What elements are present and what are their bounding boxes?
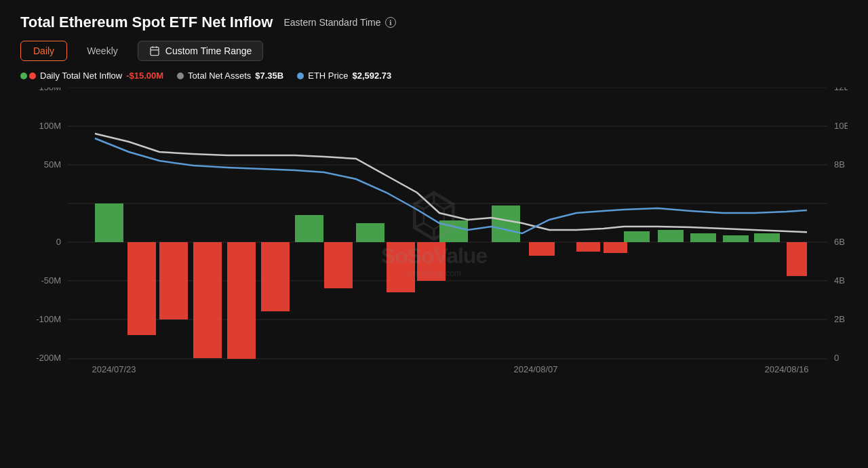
svg-rect-0 (151, 47, 159, 56)
svg-text:6B: 6B (834, 237, 845, 247)
legend-blue-dot (297, 73, 304, 79)
legend-gray-dot (177, 73, 184, 79)
chart-area: 150M 100M 50M 0 -50M -100M -200M 12B 10B… (20, 87, 848, 379)
daily-tab[interactable]: Daily (20, 41, 67, 61)
info-icon[interactable]: ℹ (385, 17, 396, 28)
svg-text:12B: 12B (834, 87, 848, 92)
svg-rect-27 (95, 203, 123, 242)
svg-rect-36 (754, 233, 780, 242)
svg-rect-40 (227, 242, 256, 364)
svg-text:150M: 150M (39, 87, 61, 92)
svg-rect-45 (529, 242, 555, 256)
svg-text:-200M: -200M (36, 353, 61, 363)
svg-rect-29 (356, 223, 384, 242)
svg-rect-31 (492, 206, 520, 242)
svg-rect-48 (787, 242, 815, 276)
svg-rect-35 (723, 235, 749, 242)
svg-rect-44 (417, 242, 446, 281)
chart-title: Total Ethereum Spot ETF Net Inflow (20, 14, 273, 31)
calendar-icon (149, 45, 160, 56)
net-inflow-value: -$15.00M (126, 71, 163, 81)
custom-time-range-button[interactable]: Custom Time Range (138, 41, 264, 61)
svg-rect-28 (295, 215, 323, 242)
svg-rect-33 (658, 230, 684, 242)
legend-red-dot (29, 73, 36, 79)
legend-green-dot (20, 73, 27, 79)
svg-text:2B: 2B (834, 314, 845, 324)
total-assets-value: $7.35B (255, 71, 283, 81)
svg-text:4B: 4B (834, 275, 845, 286)
main-container: Total Ethereum Spot ETF Net Inflow Easte… (0, 0, 868, 468)
svg-rect-41 (261, 242, 290, 311)
legend-eth-price: ETH Price $2,592.73 (297, 71, 391, 81)
eth-price-value: $2,592.73 (352, 71, 391, 81)
svg-rect-47 (604, 242, 627, 253)
svg-text:0: 0 (56, 237, 61, 247)
eth-price-label: ETH Price (308, 71, 348, 81)
svg-rect-38 (159, 242, 188, 319)
controls-row: Daily Weekly Custom Time Range (20, 41, 848, 61)
svg-text:2024/08/16: 2024/08/16 (764, 364, 808, 374)
svg-rect-34 (690, 233, 716, 242)
svg-text:50M: 50M (44, 159, 61, 170)
timezone-area: Eastern Standard Time ℹ (283, 17, 395, 28)
svg-text:-100M: -100M (36, 314, 61, 324)
header-row: Total Ethereum Spot ETF Net Inflow Easte… (20, 14, 848, 31)
chart-svg: 150M 100M 50M 0 -50M -100M -200M 12B 10B… (20, 87, 848, 379)
svg-text:8B: 8B (834, 159, 845, 170)
legend-row: Daily Total Net Inflow -$15.00M Total Ne… (20, 71, 848, 81)
legend-net-inflow: Daily Total Net Inflow -$15.00M (20, 71, 163, 81)
timezone-text: Eastern Standard Time (283, 17, 380, 28)
svg-text:2024/08/07: 2024/08/07 (513, 364, 557, 374)
svg-rect-39 (193, 242, 222, 358)
svg-rect-32 (624, 231, 650, 242)
legend-toggle-inflow (20, 73, 36, 79)
svg-rect-46 (576, 242, 600, 252)
net-inflow-label: Daily Total Net Inflow (40, 71, 122, 81)
svg-text:0: 0 (834, 353, 839, 363)
svg-text:100M: 100M (39, 121, 61, 131)
svg-rect-43 (387, 242, 415, 292)
svg-rect-37 (127, 242, 156, 335)
weekly-tab[interactable]: Weekly (74, 41, 131, 61)
total-assets-label: Total Net Assets (188, 71, 251, 81)
svg-text:2024/07/23: 2024/07/23 (92, 364, 136, 374)
legend-total-assets: Total Net Assets $7.35B (177, 71, 283, 81)
svg-text:-50M: -50M (41, 275, 61, 286)
svg-text:10B: 10B (834, 121, 848, 131)
svg-rect-42 (324, 242, 353, 288)
custom-time-label: Custom Time Range (165, 45, 252, 56)
